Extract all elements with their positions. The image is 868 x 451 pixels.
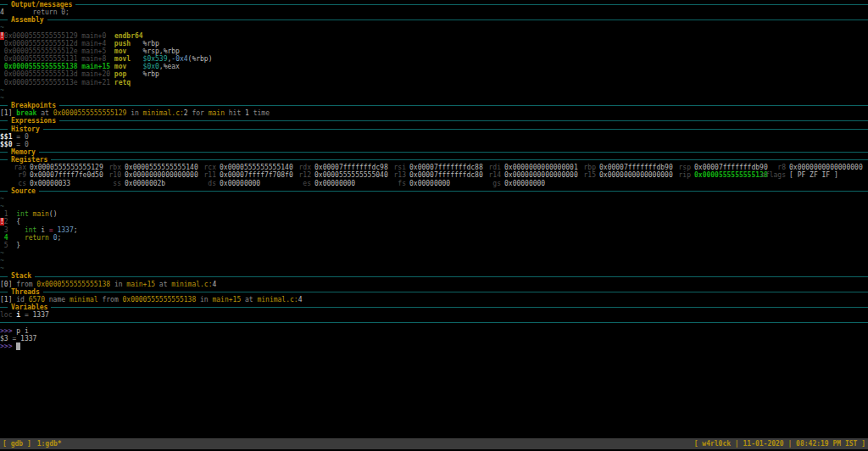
text-segment: retq (114, 79, 131, 86)
text-segment: main (209, 109, 225, 117)
register-cell: ss0x0000002b (97, 180, 192, 187)
breakpoint-entry: [1] break at 0x0000555555555129 in minim… (0, 109, 868, 117)
register-value: [ PF ZF IF ] (789, 171, 838, 179)
section-label: Variables (8, 303, 51, 311)
text-segment: 4 (298, 296, 303, 303)
register-value: 0x0000555555555129 (30, 164, 103, 171)
section-label: Output/messages (8, 1, 75, 8)
text-segment: 0 (25, 133, 29, 141)
register-cell: ds0x00000000 (192, 180, 287, 187)
text-segment: ~ (0, 203, 4, 210)
register-name: r8 (761, 164, 786, 171)
register-value: 0x00007ffff7f708f0 (220, 171, 293, 179)
filler-line: ~ (0, 94, 868, 102)
register-row: r90x00007ffff7fe0d50r100x000000000000000… (0, 171, 868, 179)
asm-line-breakpoint: !0x0000555555555129 main+0 endbr64 (0, 32, 868, 40)
text-segment: main (33, 210, 49, 218)
section-header-variables: Variables (0, 303, 868, 311)
text-segment: main+4 (81, 40, 114, 47)
filler-line: ~ (0, 249, 868, 257)
text-segment: = (20, 311, 32, 319)
text-segment: %rbp (143, 40, 159, 47)
text-segment: >>> (0, 327, 12, 335)
register-cell: cs0x00000033 (2, 180, 97, 187)
divider-line (0, 129, 8, 130)
text-segment: 0x000055555555512d (0, 40, 81, 47)
text-segment: minimal (70, 296, 98, 303)
text-segment: from (16, 281, 36, 288)
text-segment: main+15 (81, 63, 114, 70)
asm-line: 0x000055555555512e main+5 mov %rsp,%rbp (0, 47, 868, 55)
register-cell: r110x00007ffff7f708f0 (192, 171, 287, 179)
register-value: 0x00007fffffffdc80 (409, 171, 483, 179)
prompt-divider (0, 319, 868, 326)
divider-line (0, 105, 8, 106)
text-segment: return 0; (33, 8, 70, 16)
text-segment: ~ (0, 249, 4, 257)
tmux-window-tab[interactable]: 1:gdb* (37, 438, 62, 449)
section-header-threads: Threads (0, 288, 868, 296)
text-segment: minimal.c: (257, 296, 298, 303)
command-result: $3 = 1337 (0, 335, 868, 342)
asm-line: 0x0000555555555131 main+8 movl $0x539,-0… (0, 55, 868, 63)
section-label: Memory (8, 148, 39, 156)
text-segment: $3 (0, 335, 8, 342)
text-segment: main+15 (126, 281, 155, 288)
text-segment: 0x0000555555555129 (4, 32, 82, 40)
text-segment: name (45, 296, 70, 303)
text-segment: 0x0000555555555138 (36, 281, 110, 288)
thread-entry: [1] id 6570 name minimal from 0x00005555… (0, 296, 868, 303)
stack-frame-entry: [0] from 0x0000555555555138 in main+15 a… (0, 281, 868, 288)
text-segment: movl (114, 55, 143, 63)
filler-line: ~ (0, 86, 868, 94)
text-segment: 5 (0, 242, 8, 249)
register-value: 0x00007fffffffdc88 (409, 164, 483, 171)
source-line: 3 int i = 1337; (0, 226, 868, 234)
text-segment: return (25, 234, 49, 242)
divider-line (51, 159, 868, 160)
divider-line (59, 120, 868, 121)
command-prompt[interactable]: >>> (0, 342, 868, 350)
section-header-expressions: Expressions (0, 117, 868, 125)
section-label: Source (8, 187, 39, 195)
divider-line (0, 120, 8, 121)
text-segment: main+8 (81, 55, 114, 63)
output-message-line: 4 return 0; (0, 8, 868, 16)
text-segment: int (25, 226, 36, 234)
text-segment: 0 (25, 141, 29, 148)
text-segment: loc (0, 311, 16, 319)
text-segment (8, 242, 17, 249)
register-name: rsi (381, 164, 406, 171)
text-segment: [0] (0, 281, 16, 288)
section-header-registers: Registers (0, 156, 868, 164)
text-segment: $0x0 (143, 63, 159, 70)
register-value: 0x00007fffffffdb90 (599, 164, 673, 171)
text-segment: in (110, 281, 126, 288)
register-name: r11 (192, 171, 216, 179)
section-header-history: History (0, 125, 868, 133)
text-segment: 6570 (29, 296, 45, 303)
register-name: r12 (287, 171, 311, 179)
text-segment: minimal.c: (143, 109, 184, 117)
filler-line: ~ (0, 195, 868, 203)
text-segment: = (12, 141, 24, 148)
terminal-screen[interactable]: Output/messages4 return 0;Assembly~!0x00… (0, 0, 868, 438)
register-value: 0x00007fffffffdb90 (694, 164, 768, 171)
register-name: rip (666, 171, 691, 179)
text-segment: 3 (0, 226, 8, 234)
text-segment: time (249, 109, 270, 117)
text-segment: $0x539 (143, 55, 168, 63)
command-line-history[interactable]: >>> p i (0, 327, 868, 335)
register-cell: r100x0000000000000000 (97, 171, 192, 179)
asm-line: 0x000055555555513d main+20 pop %rbp (0, 70, 868, 78)
divider-line (35, 276, 868, 277)
register-name: ss (97, 180, 121, 187)
text-segment: ~ (0, 264, 4, 272)
register-name: r9 (2, 171, 26, 179)
text-segment: for (188, 109, 209, 117)
filler-line: ~ (0, 24, 868, 31)
text-segment: ~ (0, 257, 4, 264)
register-name: rdx (287, 164, 311, 171)
divider-line (39, 152, 868, 153)
register-cell: r120x0000555555555040 (287, 171, 381, 179)
